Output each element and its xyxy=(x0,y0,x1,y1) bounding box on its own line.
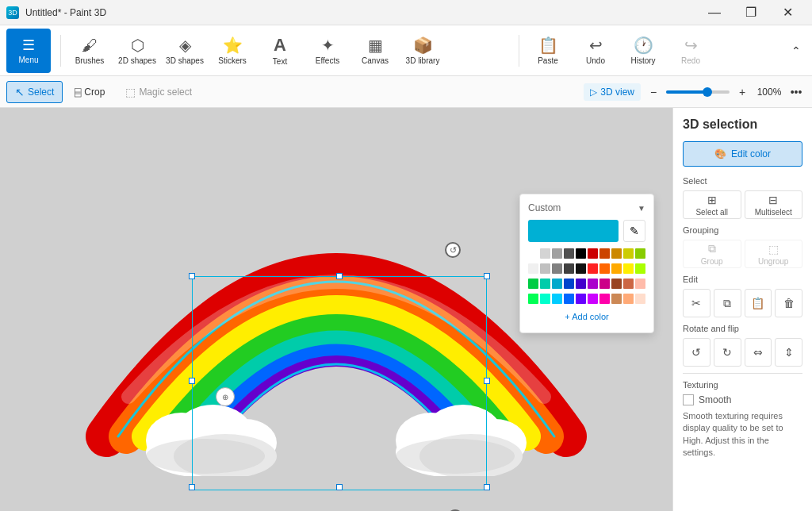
magic-select-button[interactable]: ⬚ Magic select xyxy=(117,81,201,103)
flip-v-button[interactable]: ⇕ xyxy=(775,338,802,367)
color-cell[interactable] xyxy=(552,294,562,304)
color-cell[interactable] xyxy=(552,248,562,259)
select-all-button[interactable]: ⊞ Select all xyxy=(683,190,741,219)
color-cell[interactable] xyxy=(623,263,634,274)
color-cell[interactable] xyxy=(635,294,645,304)
crop-button[interactable]: ⌸ Crop xyxy=(66,81,113,103)
toolbar-redo[interactable]: ↪ Redo xyxy=(668,29,713,73)
smooth-checkbox[interactable] xyxy=(683,394,694,405)
color-cell[interactable] xyxy=(576,263,586,274)
color-cell[interactable] xyxy=(611,263,622,274)
toolbar-effects[interactable]: ✦ Effects xyxy=(305,29,350,73)
toolbar-3d-library[interactable]: 📦 3D library xyxy=(400,29,445,73)
selection-handle-tr[interactable] xyxy=(484,273,490,279)
selection-handle-mr[interactable] xyxy=(484,378,490,384)
add-color-button[interactable]: + Add color xyxy=(528,309,645,325)
color-cell[interactable] xyxy=(528,263,538,274)
menu-button[interactable]: ☰ Menu xyxy=(6,29,51,73)
selection-handle-tm[interactable] xyxy=(336,273,343,279)
color-cell[interactable] xyxy=(552,279,562,289)
color-cell[interactable] xyxy=(611,294,622,304)
rotate-left-button[interactable]: ↺ xyxy=(683,338,710,367)
color-cell[interactable] xyxy=(599,294,610,304)
zoom-value: 100% xyxy=(755,86,783,98)
color-cell[interactable] xyxy=(635,263,645,274)
color-cell[interactable] xyxy=(540,294,550,304)
zoom-more-button[interactable]: ••• xyxy=(787,83,806,102)
minimize-button[interactable]: — xyxy=(696,0,733,25)
3d-view-button[interactable]: ▷ 3D view xyxy=(584,83,641,101)
color-cell[interactable] xyxy=(599,263,610,274)
selection-handle-ml[interactable] xyxy=(189,378,195,384)
color-cell[interactable] xyxy=(528,279,538,289)
flip-h-icon: ⇔ xyxy=(753,346,763,359)
toolbar-3d-shapes[interactable]: ◈ 3D shapes xyxy=(163,29,207,73)
current-color-swatch[interactable] xyxy=(528,220,619,242)
color-cell[interactable] xyxy=(564,248,574,259)
zoom-slider[interactable] xyxy=(666,90,730,94)
color-cell[interactable] xyxy=(576,294,586,304)
dropdown-icon[interactable]: ▼ xyxy=(638,204,645,213)
toolbar-canvas[interactable]: ▦ Canvas xyxy=(353,29,397,73)
color-cell[interactable] xyxy=(564,279,574,289)
rotate-right-button[interactable]: ↻ xyxy=(714,338,741,367)
toolbar-text[interactable]: A Text xyxy=(258,29,302,73)
color-cell[interactable] xyxy=(611,248,622,259)
close-button[interactable]: ✕ xyxy=(769,0,806,25)
cut-button[interactable]: ✂ xyxy=(683,289,710,317)
zoom-minus-button[interactable]: − xyxy=(644,83,663,102)
eyedropper-button[interactable]: ✎ xyxy=(623,220,645,242)
multiselect-button[interactable]: ⊟ Multiselect xyxy=(745,190,803,219)
color-cell[interactable] xyxy=(552,263,562,274)
color-cell[interactable] xyxy=(611,279,622,289)
color-cell[interactable] xyxy=(540,263,550,274)
copy-button[interactable]: ⧉ xyxy=(714,289,741,317)
color-cell[interactable] xyxy=(528,248,538,259)
rotate-handle-top[interactable]: ↺ xyxy=(445,242,461,258)
drag-handle-left[interactable]: ⊕ xyxy=(216,387,235,406)
color-cell[interactable] xyxy=(564,294,574,304)
selection-handle-bm[interactable] xyxy=(336,484,343,490)
selection-handle-bl[interactable] xyxy=(189,484,195,490)
color-cell[interactable] xyxy=(623,279,634,289)
group-button[interactable]: ⧉ Group xyxy=(683,240,741,268)
color-cell[interactable] xyxy=(588,294,598,304)
color-cell[interactable] xyxy=(540,279,550,289)
zoom-plus-button[interactable]: + xyxy=(733,83,752,102)
color-cell[interactable] xyxy=(576,248,586,259)
toolbar-expand-button[interactable]: ⌃ xyxy=(787,41,806,60)
toolbar-undo[interactable]: ↩ Undo xyxy=(573,29,618,73)
ungroup-button[interactable]: ⬚ Ungroup xyxy=(745,240,803,268)
color-cell[interactable] xyxy=(564,263,574,274)
color-cell[interactable] xyxy=(588,263,598,274)
toolbar-history[interactable]: 🕐 History xyxy=(621,29,665,73)
zoom-slider-thumb[interactable] xyxy=(703,87,712,97)
color-cell[interactable] xyxy=(540,248,550,259)
flip-h-button[interactable]: ⇔ xyxy=(745,338,772,367)
color-cell[interactable] xyxy=(588,248,598,259)
toolbar-stickers[interactable]: ⭐ Stickers xyxy=(210,29,255,73)
titlebar-controls[interactable]: — ❐ ✕ xyxy=(696,0,806,25)
color-cell[interactable] xyxy=(588,279,598,289)
color-cell[interactable] xyxy=(599,279,610,289)
selection-handle-br[interactable] xyxy=(484,484,490,490)
select-button[interactable]: ↖ Select xyxy=(6,81,63,103)
color-cell[interactable] xyxy=(635,279,645,289)
toolbar-2d-shapes[interactable]: ⬡ 2D shapes xyxy=(115,29,159,73)
toolbar-brushes[interactable]: 🖌 Brushes xyxy=(67,29,112,73)
edit-color-button[interactable]: 🎨 Edit color xyxy=(683,141,802,167)
color-picker-label: Custom xyxy=(528,202,561,213)
color-cell[interactable] xyxy=(623,248,634,259)
color-cell[interactable] xyxy=(576,279,586,289)
delete-button[interactable]: 🗑 xyxy=(775,289,802,317)
paste-label: Paste xyxy=(538,56,558,65)
maximize-button[interactable]: ❐ xyxy=(733,0,769,25)
color-cell[interactable] xyxy=(528,294,538,304)
selection-handle-tl[interactable] xyxy=(189,273,195,279)
paste2-button[interactable]: 📋 xyxy=(745,289,772,317)
color-cell[interactable] xyxy=(623,294,634,304)
toolbar-paste[interactable]: 📋 Paste xyxy=(526,29,570,73)
color-cell[interactable] xyxy=(599,248,610,259)
color-cell[interactable] xyxy=(635,248,645,259)
canvas-area[interactable]: ↺ ⊕ ↺ Custom ▼ ✎ + Add color xyxy=(0,108,672,511)
